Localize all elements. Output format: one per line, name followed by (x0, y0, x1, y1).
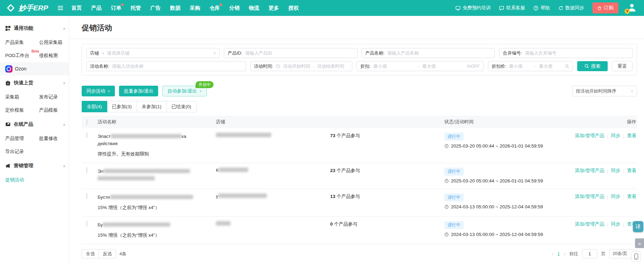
sidebar-item-product-management[interactable]: 产品管理 (5, 132, 26, 145)
activity-name-input[interactable]: 活动名称: 请输入活动名称 (86, 61, 246, 71)
sync-link[interactable]: 同步 (611, 221, 620, 227)
merge-number-input[interactable]: 合并编号: 请输入合并编号 (499, 48, 633, 58)
sync-link[interactable]: 同步 (611, 133, 620, 139)
discount-price-range-input[interactable]: 折扣价: 最小值 - 最大值 元 (488, 61, 573, 71)
manage-products-link[interactable]: 添加/管理产品 (575, 193, 604, 200)
sync-link[interactable]: 同步 (611, 193, 620, 200)
operations-cell: 添加/管理产品| 同步| 查看 (573, 221, 637, 227)
collapse-panel-button[interactable]: » (635, 238, 644, 248)
help-link[interactable]: 帮助 (533, 5, 550, 11)
operations-cell: 添加/管理产品| 同步| 查看 (573, 133, 637, 139)
mobile-preview-button[interactable] (631, 251, 641, 262)
page-number-input[interactable] (582, 249, 597, 258)
table-row: Эластка действия 弹性提升。无有效期限制 73 个产品参与 进行… (82, 128, 637, 163)
select-all-checkbox[interactable] (87, 119, 87, 125)
manage-products-link[interactable]: 添加/管理产品 (575, 221, 604, 227)
current-page[interactable]: 1 (557, 251, 560, 257)
row-checkbox[interactable] (87, 221, 87, 227)
status-badge: 进行中 (444, 168, 464, 176)
nav-item-hosting[interactable]: 托管 (130, 5, 141, 11)
auto-join-exit-button[interactable]: 自动参加/退出∨ 开启中 (162, 86, 207, 96)
shop-select[interactable]: 店铺 ∨ 请选择店铺 ∨ (86, 48, 220, 58)
goto-label: 前往 (569, 251, 578, 257)
free-training-link[interactable]: 免费预约培训 (455, 5, 491, 11)
nav-item-ads[interactable]: 广告 (150, 5, 161, 11)
sync-link[interactable]: 同步 (611, 168, 620, 174)
chevron-up-icon: ∧ (63, 81, 65, 85)
status-cell: 进行中 2025-03-20 05:00:44 ~ 2026-01-01 04:… (444, 168, 573, 183)
training-icon (455, 6, 461, 11)
sidebar-item-product-template[interactable]: 产品模板 (39, 104, 60, 117)
nav-item-data[interactable]: 数据 (170, 5, 180, 11)
translate-button[interactable]: 译 (633, 221, 643, 232)
sidebar-section-general[interactable]: 通用功能 ∧ (0, 21, 69, 36)
tab-ended[interactable]: 已结束(0) (166, 101, 197, 112)
nav-item-logistics[interactable]: 物流 (249, 5, 259, 11)
nav-item-warehouse[interactable]: 仓库 (209, 5, 220, 11)
sort-order-select[interactable]: 按活动开始时间降序 ∨ (572, 86, 637, 96)
row-checkbox[interactable] (87, 193, 87, 199)
reset-button[interactable]: 重置 (612, 61, 633, 71)
sidebar-item-infringement-check[interactable]: 侵权检测 (39, 49, 60, 62)
sidebar-item-publish-records[interactable]: 发布记录 (39, 91, 60, 104)
clock-icon (444, 205, 449, 209)
sidebar-item-pod-workbench[interactable]: POD工作台Beta (5, 49, 31, 62)
product-id-input[interactable]: 产品ID: 请输入产品ID (224, 48, 357, 58)
row-checkbox[interactable] (87, 132, 87, 138)
manage-products-link[interactable]: 添加/管理产品 (575, 168, 604, 174)
view-link[interactable]: 查看 (627, 193, 636, 200)
operations-cell: 添加/管理产品| 同步| 查看 (573, 193, 637, 200)
sidebar-item-batch-edit[interactable]: 批量修改 (39, 132, 60, 145)
sync-activities-button[interactable]: 同步活动∨ (82, 86, 115, 96)
nav-item-distribution[interactable]: 分销 (229, 5, 239, 11)
select-all-button[interactable]: 全选 (82, 249, 99, 258)
nav-item-authorization[interactable]: 授权 (288, 5, 299, 11)
sidebar-item-pricing-template[interactable]: 定价模板 (5, 104, 26, 117)
discount-range-input[interactable]: 折扣: 最小值 - 最大值 %OFF (356, 61, 483, 71)
column-header-status-time: 状态/活动时间 (444, 119, 573, 125)
sidebar-platform-ozon[interactable]: Ozon (0, 62, 69, 75)
pagination: ‹ 1 › 前往 页 20条/页 ∨ (552, 249, 637, 258)
invert-selection-button[interactable]: 反选 (99, 249, 116, 258)
sidebar-item-export-records[interactable]: 导出记录 (5, 145, 26, 158)
tab-all[interactable]: 全部(4) (82, 101, 107, 112)
app-logo[interactable]: 妙手ERP (6, 3, 48, 13)
manage-products-link[interactable]: 添加/管理产品 (575, 133, 604, 139)
batch-join-exit-button[interactable]: 批量参加/退出 (119, 86, 158, 96)
sidebar-item-promotions[interactable]: 促销活动 (5, 173, 26, 187)
phone-icon (634, 254, 638, 259)
sync-icon (558, 6, 563, 11)
search-button[interactable]: 搜索 (577, 61, 608, 71)
nav-item-home[interactable]: 首页 (71, 5, 82, 11)
sidebar-section-quick-listing[interactable]: 快速上货 ∧ (0, 75, 69, 91)
subscribe-button[interactable]: 订购 (592, 2, 618, 13)
sidebar-section-online-products[interactable]: 在线产品 ∧ (0, 117, 69, 132)
activity-time-range-picker[interactable]: 活动时间: 活动开始时间 - 活动结束时间 (250, 61, 353, 71)
status-badge: 进行中 (444, 193, 464, 201)
prev-page-button[interactable]: ‹ (552, 251, 553, 257)
nav-item-orders[interactable]: 订单 (111, 5, 121, 11)
contact-support-link[interactable]: 联系客服 (499, 5, 525, 11)
sidebar-item-public-collect-box[interactable]: 公用采集箱 (39, 36, 65, 49)
operations-cell: 添加/管理产品| 同步| 查看 (573, 168, 637, 174)
data-sync-link[interactable]: 数据同步 (558, 5, 584, 11)
participation-cell: 13 个产品参与 (330, 193, 444, 200)
nav-item-products[interactable]: 产品 (91, 5, 101, 11)
view-link[interactable]: 查看 (627, 133, 636, 139)
tab-not-joined[interactable]: 未参加(1) (137, 101, 167, 112)
total-count: 4条 (119, 251, 126, 257)
nav-item-purchasing[interactable]: 采购 (190, 5, 200, 11)
next-page-button[interactable]: › (564, 251, 565, 257)
main-menu: 首页 产品 订单 托管 广告 数据 采购 仓库 分销 物流 更多 授权 (71, 5, 299, 11)
product-name-input[interactable]: 产品名称: 请输入产品名称 (362, 48, 495, 58)
sidebar-item-product-collect[interactable]: 产品采集 (5, 36, 26, 49)
sidebar-item-collect-box[interactable]: 采集箱 (5, 91, 21, 104)
sidebar-section-marketing[interactable]: 营销管理 ∧ (0, 158, 69, 173)
user-avatar[interactable]: V (627, 2, 638, 13)
row-checkbox[interactable] (87, 167, 87, 173)
view-link[interactable]: 查看 (627, 168, 636, 174)
nav-item-more[interactable]: 更多 (269, 5, 279, 11)
app-window: 妙手ERP 首页 产品 订单 托管 广告 数据 采购 仓库 分销 物流 更多 授… (0, 0, 644, 265)
menu-toggle-icon[interactable] (58, 6, 63, 10)
tab-joined[interactable]: 已参加(3) (107, 101, 137, 112)
